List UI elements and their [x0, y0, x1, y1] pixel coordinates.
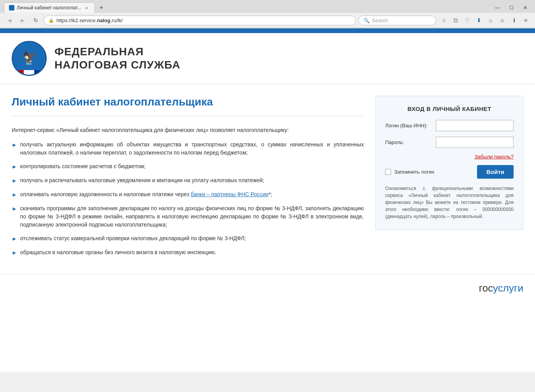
- site-title-line1: ФЕДЕРАЛЬНАЯ: [54, 46, 144, 58]
- remember-label[interactable]: Запомнить логин: [385, 169, 434, 175]
- forgot-password-link[interactable]: Забыли пароль?: [475, 154, 514, 160]
- login-label: Логин (Ваш ИНН):: [385, 123, 432, 128]
- intro-text: Интернет-сервис «Личный кабинет налогопл…: [12, 126, 364, 134]
- list-item: ► получать и распечатывать налоговые уве…: [12, 176, 364, 185]
- forgot-password-area: Забыли пароль?: [385, 153, 514, 160]
- demo-info-text: Ознакомиться с функциональными возможнос…: [385, 185, 514, 220]
- left-content: Личный кабинет налогоплательщика Интерне…: [12, 96, 364, 262]
- divider: [12, 116, 364, 116]
- title-bar: Личный кабинет налогоплат... × + — ☐ ✕: [0, 0, 535, 13]
- fns-logo: 🦅 ФНС: [12, 41, 47, 76]
- address-suffix: .ru/lk/: [111, 18, 123, 23]
- list-item-text: получать и распечатывать налоговые уведо…: [20, 176, 264, 185]
- maximize-button[interactable]: ☐: [505, 5, 517, 11]
- list-item: ► скачивать программы для заполнения дек…: [12, 204, 364, 229]
- gosuslugi-usl: услу: [493, 282, 514, 294]
- list-item: ► контролировать состояние расчетов с бю…: [12, 162, 364, 171]
- address-prefix: https://lk2.service.: [56, 18, 97, 23]
- search-icon: 🔍: [363, 18, 370, 23]
- reload-icon: ↻: [33, 17, 38, 23]
- back-button[interactable]: ◀: [4, 15, 15, 26]
- tab-close-button[interactable]: ×: [84, 5, 90, 11]
- navigation-bar: ◀ ▶ ↻ 🔒 https://lk2.service.nalog.ru/lk/…: [0, 13, 535, 28]
- site-title: ФЕДЕРАЛЬНАЯ НАЛОГОВАЯ СЛУЖБА: [54, 45, 181, 71]
- site-title-line2: НАЛОГОВАЯ СЛУЖБА: [54, 59, 181, 71]
- reload-button[interactable]: ↻: [30, 15, 41, 26]
- forward-icon: ▶: [21, 17, 25, 23]
- login-button[interactable]: Войти: [477, 165, 514, 179]
- download-icon[interactable]: ⬇: [474, 15, 484, 26]
- logo-stripe: [13, 70, 46, 75]
- menu-icon[interactable]: ≡: [520, 15, 531, 26]
- remember-checkbox[interactable]: [385, 169, 391, 175]
- list-item: ► обращаться в налоговые органы без личн…: [12, 248, 364, 257]
- address-domain-bold: nalog: [97, 18, 111, 23]
- lock-icon: 🔒: [49, 18, 54, 23]
- eagle-icon: 🦅: [23, 52, 36, 63]
- address-bar[interactable]: 🔒 https://lk2.service.nalog.ru/lk/: [44, 16, 356, 25]
- gosuslugi-gi: ги: [514, 282, 523, 294]
- browser-chrome: Личный кабинет налогоплат... × + — ☐ ✕ ◀…: [0, 0, 535, 28]
- site-header: 🦅 ФНС ФЕДЕРАЛЬНАЯ НАЛОГОВАЯ СЛУЖБА: [0, 33, 535, 84]
- list-item-text: обращаться в налоговые органы без личног…: [20, 248, 216, 257]
- pocket-icon[interactable]: ♡: [462, 15, 473, 26]
- list-item-text: оплачивать налоговую задолженность и нал…: [20, 190, 272, 199]
- info-icon[interactable]: ℹ: [509, 15, 519, 26]
- list-item-text: скачивать программы для заполнения декла…: [20, 204, 364, 229]
- remember-text: Запомнить логин: [394, 169, 434, 175]
- bullet-arrow-icon: ►: [12, 177, 17, 185]
- blue-banner: [0, 28, 535, 33]
- list-item: ► отслеживать статус камеральной проверк…: [12, 234, 364, 243]
- logo-inner: 🦅 ФНС: [23, 52, 36, 65]
- login-input[interactable]: [436, 120, 514, 131]
- password-input[interactable]: [436, 137, 514, 148]
- synced-tabs-icon[interactable]: ☺: [497, 15, 508, 26]
- password-label: Пароль:: [385, 139, 432, 145]
- search-bar[interactable]: 🔍 Search: [358, 16, 436, 25]
- bullet-arrow-icon: ►: [12, 141, 17, 157]
- website-body: 🦅 ФНС ФЕДЕРАЛЬНАЯ НАЛОГОВАЯ СЛУЖБА Личны…: [0, 33, 535, 372]
- new-tab-button[interactable]: +: [96, 3, 107, 13]
- banks-partners-link[interactable]: банки – партнеры ФНС России: [191, 191, 268, 197]
- search-placeholder: Search: [372, 18, 388, 23]
- forward-button[interactable]: ▶: [17, 15, 28, 26]
- home-icon[interactable]: ⌂: [485, 15, 496, 26]
- tab-label: Личный кабинет налогоплат...: [17, 5, 81, 11]
- bullet-arrow-icon: ►: [12, 249, 17, 257]
- login-panel: ВХОД В ЛИЧНЫЙ КАБИНЕТ Логин (Ваш ИНН): П…: [375, 96, 523, 230]
- back-icon: ◀: [7, 17, 12, 23]
- bullet-arrow-icon: ►: [12, 163, 17, 171]
- gosuslugi-logo: госуслуги: [479, 282, 523, 294]
- features-list: ► получать актуальную информацию об объе…: [12, 141, 364, 257]
- list-item: ► оплачивать налоговую задолженность и н…: [12, 190, 364, 199]
- bullet-arrow-icon: ►: [12, 191, 17, 199]
- bullet-arrow-icon: ►: [12, 235, 17, 243]
- window-close-button[interactable]: ✕: [519, 5, 531, 11]
- list-item-text: получать актуальную информацию об объект…: [20, 141, 364, 157]
- reader-mode-icon[interactable]: ⊡: [450, 15, 461, 26]
- bookmarks-star-icon[interactable]: ☆: [439, 15, 449, 26]
- list-item: ► получать актуальную информацию об объе…: [12, 141, 364, 157]
- nav-icons: ☆ ⊡ ♡ ⬇ ⌂ ☺ ℹ ≡: [439, 15, 531, 26]
- list-item-text: контролировать состояние расчетов с бюдж…: [20, 162, 146, 171]
- bullet-arrow-icon: ►: [12, 205, 17, 229]
- address-text: https://lk2.service.nalog.ru/lk/: [56, 18, 351, 23]
- remember-row: Запомнить логин Войти: [385, 165, 514, 179]
- gosuslugi-area: госуслуги: [0, 274, 535, 302]
- minimize-button[interactable]: —: [491, 5, 503, 11]
- active-tab[interactable]: Личный кабинет налогоплат... ×: [4, 2, 95, 13]
- list-item-text: отслеживать статус камеральной проверки …: [20, 234, 246, 243]
- main-content: Личный кабинет налогоплательщика Интерне…: [0, 84, 535, 274]
- tabs-area: Личный кабинет налогоплат... × +: [4, 2, 107, 13]
- password-field-row: Пароль:: [385, 137, 514, 148]
- tab-favicon: [9, 5, 14, 11]
- login-field-row: Логин (Ваш ИНН):: [385, 120, 514, 131]
- page-title: Личный кабинет налогоплательщика: [12, 96, 364, 108]
- login-panel-title: ВХОД В ЛИЧНЫЙ КАБИНЕТ: [385, 105, 514, 112]
- window-controls: — ☐ ✕: [491, 5, 531, 11]
- gosuslugi-gos: гос: [479, 282, 493, 294]
